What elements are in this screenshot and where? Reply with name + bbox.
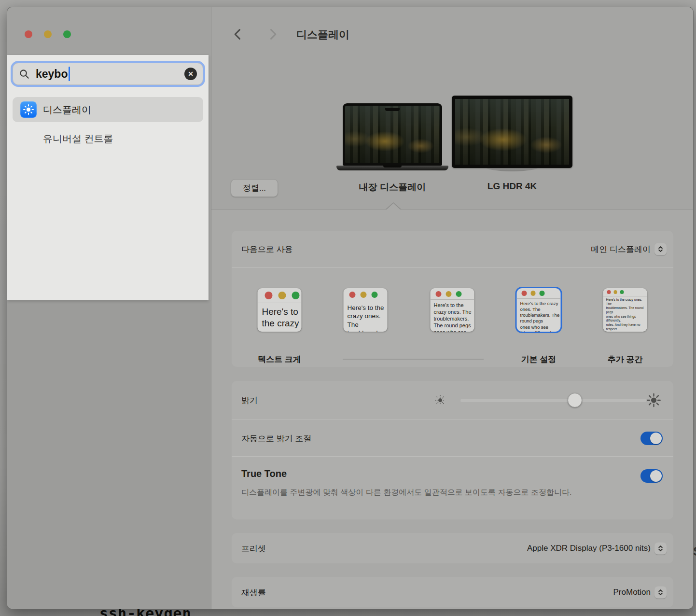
refresh-rate-dropdown[interactable]: ProMotion <box>613 586 667 598</box>
auto-brightness-row: 자동으로 밝기 조절 <box>232 420 673 456</box>
system-settings-window: keybo ✕ 디스플레이 유니버설 컨트롤 <box>7 7 694 609</box>
scaling-separator-line <box>343 359 484 360</box>
thumb-sample-text: Here's to the crazy ones. The troublemak… <box>258 303 302 332</box>
true-tone-label: True Tone <box>241 468 287 479</box>
sidebar: keybo ✕ 디스플레이 유니버설 컨트롤 <box>7 7 211 609</box>
desktop-background: ssh-keygen S keybo ✕ <box>0 0 696 616</box>
refresh-rate-card: 재생률 ProMotion <box>232 577 673 607</box>
thumb-sample-text: Here's to the crazy ones. The troublemak… <box>344 301 388 332</box>
minimize-button[interactable] <box>44 30 52 38</box>
true-tone-toggle[interactable] <box>640 469 663 483</box>
scaling-label-larger-text: 텍스트 크게 <box>258 354 301 365</box>
chevron-up-down-icon <box>654 586 667 598</box>
scaling-option-larger-text[interactable]: Here's to the crazy ones. The troublemak… <box>258 288 302 332</box>
wallpaper-preview <box>345 106 440 163</box>
search-input-value: keybo <box>36 68 68 81</box>
brightness-card: 밝기 자동으로 밝기 조절 True Tone 디스플레이를 <box>232 381 673 519</box>
display-brightness-icon <box>20 101 37 118</box>
refresh-rate-value: ProMotion <box>613 588 651 597</box>
thumb-titlebar <box>603 288 647 296</box>
forward-button[interactable] <box>266 28 279 41</box>
scaling-options-row: Here's to the crazy ones. The troublemak… <box>232 267 673 367</box>
auto-brightness-label: 자동으로 밝기 조절 <box>241 433 311 444</box>
chevron-up-down-icon <box>654 243 667 255</box>
search-icon <box>19 69 30 80</box>
true-tone-description: 디스플레이를 주변광에 맞춰 색상이 다른 환경에서도 일관적으로 보이도록 자… <box>241 485 599 499</box>
thumb-sample-text: Here's to the crazy ones. The troublemak… <box>431 300 474 332</box>
search-input[interactable]: keybo ✕ <box>13 63 203 85</box>
macbook-notch <box>385 108 400 111</box>
resolution-card: 다음으로 사용 메인 디스플레이 Here's to the crazy one… <box>232 231 673 367</box>
auto-brightness-toggle[interactable] <box>640 432 663 445</box>
builtin-display-thumbnail[interactable] <box>343 103 442 166</box>
thumb-sample-text: Here's to the crazy ones. The troublemak… <box>517 299 561 332</box>
thumb-titlebar <box>258 288 302 303</box>
back-button[interactable] <box>231 28 245 41</box>
page-title: 디스플레이 <box>296 28 349 42</box>
use-as-dropdown[interactable]: 메인 디스플레이 <box>591 243 667 255</box>
true-tone-row: True Tone 디스플레이를 주변광에 맞춰 색상이 다른 환경에서도 일관… <box>232 456 673 519</box>
clear-search-button[interactable]: ✕ <box>184 68 197 80</box>
selected-display-pointer <box>386 203 401 210</box>
arrange-button[interactable]: 정렬... <box>231 179 278 197</box>
refresh-rate-label: 재생률 <box>241 587 266 598</box>
brightness-slider-knob[interactable] <box>568 393 582 407</box>
macbook-base <box>336 166 448 170</box>
brightness-dim-icon <box>435 395 445 406</box>
preset-row: 프리셋 Apple XDR Display (P3-1600 nits) <box>232 533 673 563</box>
search-result-label: 디스플레이 <box>43 103 91 116</box>
scaling-option-more-space[interactable]: Here's to the crazy ones. The troublemak… <box>603 288 647 332</box>
builtin-display-label: 내장 디스플레이 <box>359 181 426 194</box>
brightness-slider-track[interactable] <box>460 399 646 402</box>
brightness-row: 밝기 <box>232 381 673 420</box>
use-as-row: 다음으로 사용 메인 디스플레이 <box>232 231 673 267</box>
thumb-titlebar <box>431 288 474 300</box>
displays-section: 디스플레이 내장 디스플레이 LG HDR 4K 정렬... <box>211 7 693 210</box>
scaling-option-3[interactable]: Here's to the crazy ones. The troublemak… <box>431 288 474 332</box>
brightness-label: 밝기 <box>241 395 258 406</box>
close-button[interactable] <box>25 30 32 38</box>
chevron-up-down-icon <box>654 542 667 554</box>
use-as-value: 메인 디스플레이 <box>591 244 651 255</box>
search-result-universal-control[interactable]: 유니버설 컨트롤 <box>13 126 203 151</box>
external-display-thumbnail[interactable] <box>452 96 572 168</box>
thumb-titlebar <box>517 288 561 299</box>
wallpaper-preview <box>455 99 569 165</box>
thumb-sample-text: Here's to the crazy ones. The troublemak… <box>603 296 647 332</box>
search-result-displays[interactable]: 디스플레이 <box>13 97 203 122</box>
brightness-full-icon <box>647 393 661 407</box>
preset-dropdown[interactable]: Apple XDR Display (P3-1600 nits) <box>527 542 667 554</box>
search-results-panel: keybo ✕ 디스플레이 유니버설 컨트롤 <box>7 55 209 300</box>
search-result-label: 유니버설 컨트롤 <box>43 132 113 145</box>
scaling-label-default: 기본 설정 <box>521 354 557 365</box>
external-display-label: LG HDR 4K <box>487 181 537 192</box>
preset-label: 프리셋 <box>241 543 266 554</box>
thumb-titlebar <box>344 288 388 301</box>
use-as-label: 다음으로 사용 <box>241 244 293 255</box>
scaling-label-more-space: 추가 공간 <box>608 354 643 365</box>
preset-value: Apple XDR Display (P3-1600 nits) <box>527 544 651 553</box>
scaling-option-default-selected[interactable]: Here's to the crazy ones. The troublemak… <box>517 288 561 332</box>
sidebar-dimmed-area <box>7 300 211 609</box>
refresh-rate-row: 재생률 ProMotion <box>232 577 673 607</box>
window-controls <box>25 30 71 38</box>
zoom-window-button[interactable] <box>63 30 71 38</box>
display-settings-pane: 디스플레이 내장 디스플레이 LG HDR 4K 정렬... 다음으로 <box>211 7 693 609</box>
preset-card: 프리셋 Apple XDR Display (P3-1600 nits) <box>232 533 673 563</box>
scaling-option-2[interactable]: Here's to the crazy ones. The troublemak… <box>344 288 388 332</box>
text-cursor <box>69 67 70 81</box>
